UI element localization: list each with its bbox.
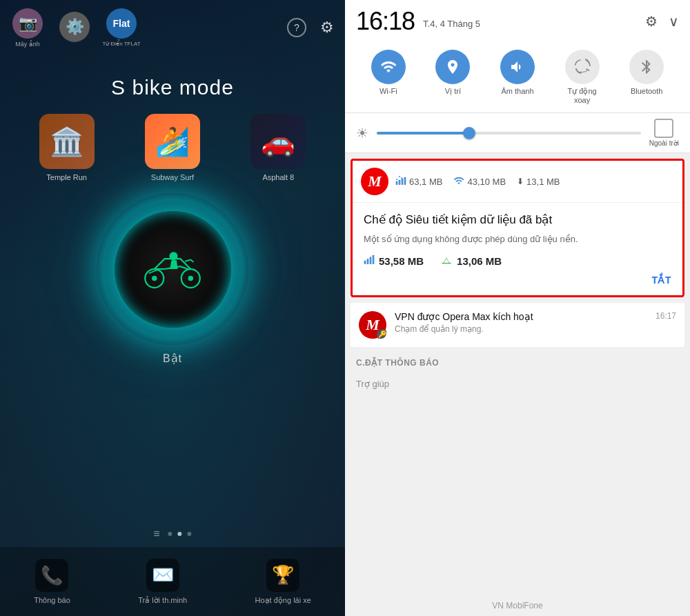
carrier-name: VN MobiFone xyxy=(492,601,542,610)
moto-button-area: Bật xyxy=(97,193,248,365)
notif-action-row: TẮT xyxy=(364,275,671,286)
download-icon: ⬇ xyxy=(517,177,524,186)
mobile-data-icon xyxy=(364,255,375,268)
status-bar: 16:18 T.4, 4 Tháng 5 ⚙ ∨ xyxy=(345,0,690,41)
motorcycle-icon xyxy=(141,248,204,290)
bottom-nav-driving[interactable]: 🏆 Hoạt động lái xe xyxy=(255,559,311,605)
dot-2 xyxy=(178,532,182,536)
outdoor-label: Ngoài trời xyxy=(649,139,679,147)
download-stat: ⬇ 13,1 MB xyxy=(517,177,560,187)
driving-nav-label: Hoạt động lái xe xyxy=(255,596,311,605)
mobile-data-stat: 63,1 MB xyxy=(395,175,442,188)
secondary-notif-desc: Chạm để quản lý mạng. xyxy=(395,324,647,334)
right-panel: 16:18 T.4, 4 Tháng 5 ⚙ ∨ Wi-Fi Vị trí xyxy=(345,0,690,616)
secondary-notif-content: VPN được Opera Max kích hoạt Chạm để quả… xyxy=(395,311,647,334)
help-button[interactable]: ? xyxy=(286,17,308,39)
date: T.4, 4 Tháng 5 xyxy=(423,14,637,29)
mobile-data-item: 53,58 MB xyxy=(364,255,424,268)
apps-row: 🏛️ Temple Run 🏄 Subway Surf 🚗 Asphalt 8 xyxy=(14,114,331,182)
top-app-tflat-label: Từ Điển TFLAT xyxy=(102,41,140,48)
bluetooth-toggle[interactable]: Bluetooth xyxy=(622,50,671,104)
bat-label: Bật xyxy=(163,352,182,365)
app-subway-label: Subway Surf xyxy=(151,172,194,182)
bike-mode-title: S bike mode xyxy=(0,76,345,99)
svg-rect-6 xyxy=(399,179,401,184)
opera-max-secondary-icon: M 🔑 xyxy=(359,311,386,339)
top-app-tflat[interactable]: Flat Từ Điển TFLAT xyxy=(101,7,142,48)
clock: 16:18 xyxy=(356,7,415,36)
location-toggle-icon xyxy=(435,50,470,84)
top-app-camera[interactable]: 📷 Máy ảnh xyxy=(7,7,48,48)
quick-settings: Wi-Fi Vị trí Âm thanh Tự độngxoay xyxy=(345,41,690,113)
svg-rect-11 xyxy=(370,257,372,264)
brightness-slider[interactable] xyxy=(377,132,641,135)
moto-outer-glow[interactable] xyxy=(97,193,248,345)
location-label: Vị trí xyxy=(445,87,461,96)
settings-section-header: C.ĐẶT THÔNG BÁO xyxy=(345,352,690,373)
notif-header: M 63,1 MB 43,10 MB xyxy=(353,161,682,203)
brightness-thumb xyxy=(463,127,475,139)
svg-point-2 xyxy=(152,276,157,281)
rotate-toggle-icon xyxy=(565,50,600,84)
location-toggle[interactable]: Vị trí xyxy=(428,50,477,104)
wifi-data-label: 13,06 MB xyxy=(457,255,502,267)
page-indicator: ≡ xyxy=(153,528,191,540)
notification-area: M 63,1 MB 43,10 MB xyxy=(345,153,690,616)
download-stat-value: 13,1 MB xyxy=(526,177,560,187)
svg-rect-8 xyxy=(404,177,406,184)
wifi-toggle-icon xyxy=(371,50,406,84)
bluetooth-label: Bluetooth xyxy=(631,87,662,95)
app-temple-run[interactable]: 🏛️ Temple Run xyxy=(36,114,98,182)
wifi-toggle[interactable]: Wi-Fi xyxy=(364,50,413,104)
carrier-bar: VN MobiFone xyxy=(345,595,690,616)
settings-button[interactable]: ⚙ xyxy=(316,17,338,39)
gear-icon[interactable]: ⚙ xyxy=(645,13,658,30)
reply-nav-label: Trả lời th.minh xyxy=(138,596,187,605)
sound-toggle[interactable]: Âm thanh xyxy=(493,50,542,104)
moto-button[interactable] xyxy=(112,209,233,330)
outdoor-toggle[interactable]: Ngoài trời xyxy=(649,119,679,147)
tat-button[interactable]: TẮT xyxy=(651,275,671,286)
outdoor-checkbox[interactable] xyxy=(654,119,673,138)
chevron-down-icon[interactable]: ∨ xyxy=(669,13,679,30)
notif-data-row: 53,58 MB 13,06 MB xyxy=(364,255,671,268)
svg-rect-5 xyxy=(396,181,398,184)
bottom-nav-reply[interactable]: ✉️ Trả lời th.minh xyxy=(138,559,187,605)
mobile-data-value: 63,1 MB xyxy=(409,177,442,187)
app-asphalt-label: Asphalt 8 xyxy=(262,172,294,182)
app-subway-surf[interactable]: 🏄 Subway Surf xyxy=(141,114,204,182)
sound-toggle-icon xyxy=(500,50,535,84)
top-icons-row: 📷 Máy ảnh ⚙️ Flat Từ Điển TFLAT ? xyxy=(7,7,338,48)
secondary-notification[interactable]: M 🔑 VPN được Opera Max kích hoạt Chạm để… xyxy=(351,303,684,347)
dot-3 xyxy=(188,532,192,536)
top-controls: ? ⚙ xyxy=(286,17,338,39)
svg-point-3 xyxy=(188,276,194,281)
brightness-icon: ☀ xyxy=(356,125,368,141)
app-temple-label: Temple Run xyxy=(46,172,87,182)
wifi-label: Wi-Fi xyxy=(379,87,397,95)
top-app-grid: 📷 Máy ảnh ⚙️ Flat Từ Điển TFLAT xyxy=(7,7,286,48)
svg-point-4 xyxy=(170,252,178,260)
bottom-nav-notifications[interactable]: 📞 Thông báo xyxy=(34,559,70,604)
app-asphalt8[interactable]: 🚗 Asphalt 8 xyxy=(247,114,309,182)
rotate-toggle[interactable]: Tự độngxoay xyxy=(558,50,607,104)
mobile-signal-icon xyxy=(395,175,406,188)
brightness-fill xyxy=(377,132,469,135)
notif-stats: 63,1 MB 43,10 MB ⬇ 13,1 MB xyxy=(395,175,560,188)
main-notification-card[interactable]: M 63,1 MB 43,10 MB xyxy=(351,159,684,297)
help-text: Trợ giúp xyxy=(345,373,690,395)
sound-label: Âm thanh xyxy=(501,87,533,95)
rotate-label: Tự độngxoay xyxy=(568,87,597,104)
wifi-stat-icon xyxy=(453,175,464,188)
svg-rect-7 xyxy=(402,178,404,184)
top-app-settings[interactable]: ⚙️ xyxy=(54,7,95,48)
brightness-row: ☀ Ngoài trời xyxy=(345,113,690,153)
lines-icon: ≡ xyxy=(153,528,159,540)
notifications-nav-label: Thông báo xyxy=(34,596,70,604)
svg-rect-9 xyxy=(364,260,366,264)
reply-nav-icon: ✉️ xyxy=(146,559,179,592)
notif-desc: Một số ứng dụng không được phép dùng dữ … xyxy=(364,232,671,246)
secondary-notif-time: 16:17 xyxy=(656,311,676,321)
mobile-data-label: 53,58 MB xyxy=(379,255,424,267)
bluetooth-toggle-icon xyxy=(629,50,664,84)
